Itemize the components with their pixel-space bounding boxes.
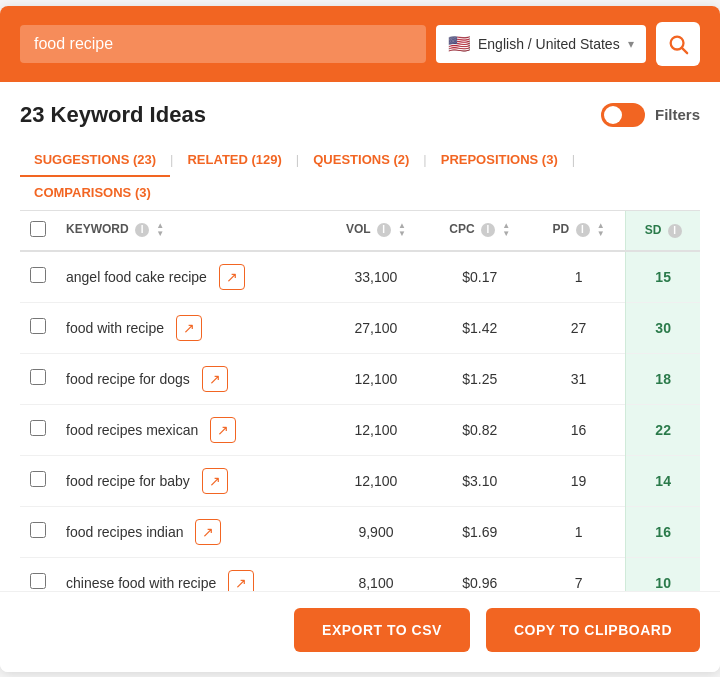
main-container: 🇺🇸 English / United States ▾ 23 Keyword … <box>0 6 720 672</box>
keyword-table-wrap: KEYWORD i ▲ ▼ VOL i ▲ ▼ <box>0 211 720 591</box>
keyword-text-5: food recipes indian <box>66 524 184 540</box>
keyword-link-btn-6[interactable]: ↗ <box>228 570 254 591</box>
vol-info-icon[interactable]: i <box>377 223 391 237</box>
body-content: 23 Keyword Ideas Filters SUGGESTIONS (23… <box>0 82 720 591</box>
table-row: food with recipe ↗ 27,100 $1.42 27 30 <box>20 302 700 353</box>
row-cpc-0: $0.17 <box>428 251 532 303</box>
export-csv-button[interactable]: EXPORT TO CSV <box>294 608 470 652</box>
row-sd-3: 22 <box>626 404 700 455</box>
keyword-text-3: food recipes mexican <box>66 422 198 438</box>
row-checkbox-1[interactable] <box>30 318 46 334</box>
tab-related[interactable]: RELATED (129) <box>173 144 295 177</box>
row-cpc-4: $3.10 <box>428 455 532 506</box>
keyword-link-btn-3[interactable]: ↗ <box>210 417 236 443</box>
row-cpc-3: $0.82 <box>428 404 532 455</box>
row-cpc-5: $1.69 <box>428 506 532 557</box>
row-sd-1: 30 <box>626 302 700 353</box>
row-sd-6: 10 <box>626 557 700 591</box>
row-vol-2: 12,100 <box>324 353 427 404</box>
search-button[interactable] <box>656 22 700 66</box>
tab-questions[interactable]: QUESTIONS (2) <box>299 144 423 177</box>
header-keyword: KEYWORD i ▲ ▼ <box>56 211 324 251</box>
table-row: food recipe for baby ↗ 12,100 $3.10 19 1… <box>20 455 700 506</box>
row-pd-5: 1 <box>532 506 626 557</box>
row-checkbox-0[interactable] <box>30 267 46 283</box>
svg-line-1 <box>682 48 687 53</box>
keyword-link-btn-2[interactable]: ↗ <box>202 366 228 392</box>
row-sd-0: 15 <box>626 251 700 303</box>
cpc-sort-down-icon[interactable]: ▼ <box>502 230 510 238</box>
row-checkbox-4[interactable] <box>30 471 46 487</box>
row-checkbox-cell <box>20 455 56 506</box>
header-checkbox-cell <box>20 211 56 251</box>
select-all-checkbox[interactable] <box>30 221 46 237</box>
row-keyword-1: food with recipe ↗ <box>56 302 324 353</box>
tab-divider-4: | <box>572 144 575 177</box>
tab-comparisons[interactable]: COMPARISONS (3) <box>20 177 165 210</box>
row-checkbox-5[interactable] <box>30 522 46 538</box>
vol-sort-down-icon[interactable]: ▼ <box>398 230 406 238</box>
row-cpc-6: $0.96 <box>428 557 532 591</box>
row-checkbox-2[interactable] <box>30 369 46 385</box>
row-vol-6: 8,100 <box>324 557 427 591</box>
row-checkbox-cell <box>20 404 56 455</box>
filters-label: Filters <box>655 106 700 123</box>
toggle-switch[interactable] <box>601 103 645 127</box>
copy-clipboard-button[interactable]: COPY TO CLIPBOARD <box>486 608 700 652</box>
row-pd-1: 27 <box>532 302 626 353</box>
lang-selector-left: 🇺🇸 English / United States <box>448 33 620 55</box>
chevron-down-icon: ▾ <box>628 37 634 51</box>
vol-sort[interactable]: ▲ ▼ <box>398 222 406 238</box>
row-keyword-5: food recipes indian ↗ <box>56 506 324 557</box>
keyword-link-btn-1[interactable]: ↗ <box>176 315 202 341</box>
row-keyword-4: food recipe for baby ↗ <box>56 455 324 506</box>
search-wrap <box>20 25 426 63</box>
cpc-info-icon[interactable]: i <box>481 223 495 237</box>
keyword-link-btn-5[interactable]: ↗ <box>195 519 221 545</box>
language-selector[interactable]: 🇺🇸 English / United States ▾ <box>436 25 646 63</box>
sort-down-icon[interactable]: ▼ <box>156 230 164 238</box>
flag-icon: 🇺🇸 <box>448 33 470 55</box>
row-pd-0: 1 <box>532 251 626 303</box>
row-checkbox-cell <box>20 506 56 557</box>
header-keyword-label: KEYWORD <box>66 222 129 236</box>
pd-sort[interactable]: ▲ ▼ <box>597 222 605 238</box>
keyword-text-4: food recipe for baby <box>66 473 190 489</box>
tab-prepositions[interactable]: PREPOSITIONS (3) <box>427 144 572 177</box>
cpc-sort[interactable]: ▲ ▼ <box>502 222 510 238</box>
search-input[interactable] <box>20 25 426 63</box>
tab-suggestions[interactable]: SUGGESTIONS (23) <box>20 144 170 177</box>
pd-sort-down-icon[interactable]: ▼ <box>597 230 605 238</box>
row-sd-5: 16 <box>626 506 700 557</box>
keyword-link-btn-4[interactable]: ↗ <box>202 468 228 494</box>
pd-info-icon[interactable]: i <box>576 223 590 237</box>
row-cpc-1: $1.42 <box>428 302 532 353</box>
header-pd-label: PD <box>552 222 569 236</box>
tabs-bar: SUGGESTIONS (23) | RELATED (129) | QUEST… <box>20 144 700 211</box>
footer-buttons: EXPORT TO CSV COPY TO CLIPBOARD <box>0 591 720 672</box>
header-sd: SD i <box>626 211 700 251</box>
row-sd-4: 14 <box>626 455 700 506</box>
page-title: 23 Keyword Ideas <box>20 102 206 128</box>
row-keyword-2: food recipe for dogs ↗ <box>56 353 324 404</box>
row-keyword-6: chinese food with recipe ↗ <box>56 557 324 591</box>
keyword-link-btn-0[interactable]: ↗ <box>219 264 245 290</box>
keyword-text-0: angel food cake recipe <box>66 269 207 285</box>
table-row: food recipe for dogs ↗ 12,100 $1.25 31 1… <box>20 353 700 404</box>
toggle-knob <box>604 106 622 124</box>
keyword-info-icon[interactable]: i <box>135 223 149 237</box>
row-cpc-2: $1.25 <box>428 353 532 404</box>
sd-info-icon[interactable]: i <box>668 224 682 238</box>
filters-toggle[interactable] <box>601 103 645 127</box>
keyword-table: KEYWORD i ▲ ▼ VOL i ▲ ▼ <box>20 211 700 591</box>
row-checkbox-6[interactable] <box>30 573 46 589</box>
keyword-text-2: food recipe for dogs <box>66 371 190 387</box>
header-pd: PD i ▲ ▼ <box>532 211 626 251</box>
language-label: English / United States <box>478 36 620 52</box>
keyword-sort[interactable]: ▲ ▼ <box>156 222 164 238</box>
table-row: food recipes mexican ↗ 12,100 $0.82 16 2… <box>20 404 700 455</box>
table-row: angel food cake recipe ↗ 33,100 $0.17 1 … <box>20 251 700 303</box>
row-vol-3: 12,100 <box>324 404 427 455</box>
row-checkbox-3[interactable] <box>30 420 46 436</box>
header-cpc-label: CPC <box>449 222 474 236</box>
